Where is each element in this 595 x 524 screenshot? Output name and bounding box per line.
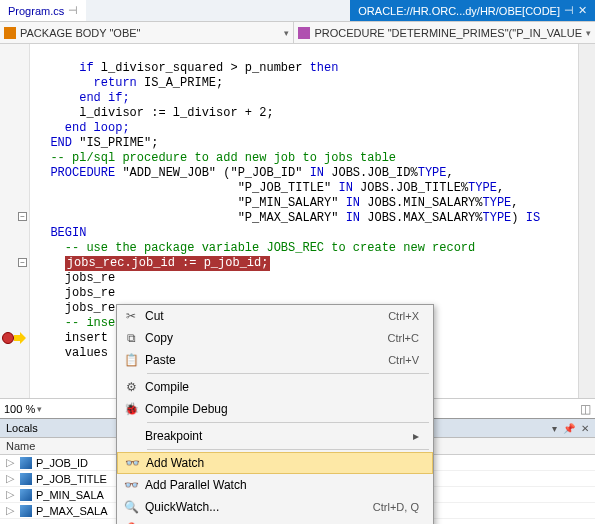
menu-pin-to-source[interactable]: 📍 Pin To Source [117,518,433,524]
context-menu: Cut Ctrl+X ⧉ Copy Ctrl+C 📋 Paste Ctrl+V … [116,304,434,524]
execution-arrow-icon [14,332,26,344]
nav-scope-dropdown[interactable]: PACKAGE BODY "OBE" ▾ [0,22,294,43]
vertical-scrollbar[interactable] [578,44,595,398]
variable-icon [20,457,32,469]
editor-gutter: − − [0,44,30,398]
breakpoint-icon[interactable] [2,332,14,344]
pin-icon[interactable]: 📌 [563,423,575,434]
variable-icon [20,473,32,485]
current-line: jobs_rec.job_id := p_job_id; [65,256,271,271]
nav-bar: PACKAGE BODY "OBE" ▾ PROCEDURE "DETERMIN… [0,22,595,44]
pin-icon[interactable]: ⊣ [564,4,574,17]
menu-separator [147,449,429,450]
menu-cut[interactable]: Cut Ctrl+X [117,305,433,327]
compile-debug-icon: 🐞 [117,402,145,416]
menu-copy[interactable]: ⧉ Copy Ctrl+C [117,327,433,349]
cut-icon [117,309,145,323]
tab-label: ORACLE://HR.ORC...dy/HR/OBE[CODE] [358,5,560,17]
menu-breakpoint[interactable]: Breakpoint ▸ [117,425,433,447]
menu-add-parallel-watch[interactable]: 👓 Add Parallel Watch [117,474,433,496]
col-name[interactable]: Name [6,440,35,452]
tab-label: Program.cs [8,5,64,17]
fold-icon[interactable]: − [18,212,27,221]
tab-program-cs[interactable]: Program.cs ⊣ [0,0,86,21]
menu-separator [147,422,429,423]
submenu-arrow-icon: ▸ [413,429,425,443]
parallel-watch-icon: 👓 [117,478,145,492]
pin-icon[interactable]: ⊣ [68,4,78,17]
expand-icon[interactable]: ▷ [4,504,16,517]
expand-icon[interactable]: ▷ [4,456,16,469]
copy-icon: ⧉ [117,331,145,345]
expand-icon[interactable]: ▷ [4,472,16,485]
chevron-down-icon: ▾ [284,28,289,38]
menu-compile[interactable]: ⚙ Compile [117,376,433,398]
variable-icon [20,489,32,501]
nav-scope-text: PACKAGE BODY "OBE" [20,27,280,39]
menu-quickwatch[interactable]: 🔍 QuickWatch... Ctrl+D, Q [117,496,433,518]
menu-add-watch[interactable]: 👓 Add Watch [117,452,433,474]
split-icon[interactable]: ◫ [580,402,591,416]
variable-icon [20,505,32,517]
quickwatch-icon: 🔍 [117,500,145,514]
fold-icon[interactable]: − [18,258,27,267]
nav-member-text: PROCEDURE "DETERMINE_PRIMES"("P_IN_VALUE [314,27,582,39]
chevron-down-icon: ▾ [586,28,591,38]
nav-member-dropdown[interactable]: PROCEDURE "DETERMINE_PRIMES"("P_IN_VALUE… [294,22,595,43]
watch-icon: 👓 [118,456,146,470]
close-icon[interactable]: ✕ [578,4,587,17]
close-icon[interactable]: ✕ [581,423,589,434]
document-tabs: Program.cs ⊣ ORACLE://HR.ORC...dy/HR/OBE… [0,0,595,22]
locals-title: Locals [6,422,38,434]
menu-separator [147,373,429,374]
package-icon [4,27,16,39]
paste-icon: 📋 [117,353,145,367]
window-menu-icon[interactable]: ▾ [552,423,557,434]
menu-compile-debug[interactable]: 🐞 Compile Debug [117,398,433,420]
expand-icon[interactable]: ▷ [4,488,16,501]
procedure-icon [298,27,310,39]
chevron-down-icon[interactable]: ▾ [37,404,42,414]
compile-icon: ⚙ [117,380,145,394]
tab-oracle-code[interactable]: ORACLE://HR.ORC...dy/HR/OBE[CODE] ⊣ ✕ [350,0,595,21]
menu-paste[interactable]: 📋 Paste Ctrl+V [117,349,433,371]
zoom-level[interactable]: 100 % [4,403,35,415]
